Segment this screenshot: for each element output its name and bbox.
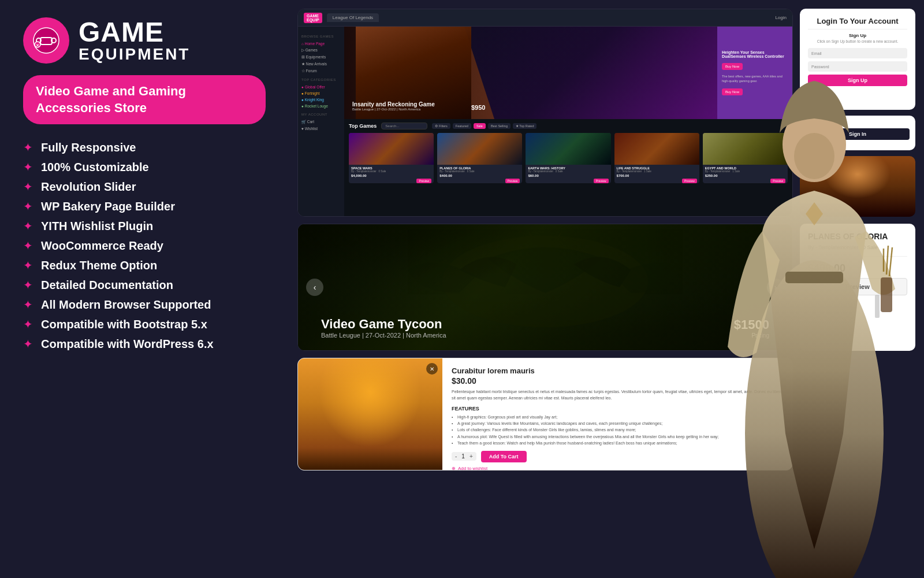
email-field[interactable]: Email [808,48,907,58]
filter-sale[interactable]: Sale [474,123,486,129]
top-categories-label: TOP CATEGORIES [301,78,341,81]
tagline-text: Video Game and Gaming Accessories Store [36,84,186,115]
game-preview-1[interactable]: Preview [416,179,431,183]
feature-icon-2: ✦ [23,160,33,174]
brand-logo-icon: ✕ [23,17,69,64]
game-preview-3[interactable]: Preview [594,179,609,183]
game-price-2: $400.00 [439,174,520,177]
feature-icon-3: ✦ [23,180,33,194]
bottom-right-panel [800,358,915,470]
feature-text-6: WooCommerce Ready [41,239,163,253]
filter-top-rated[interactable]: ★ Top Rated [513,123,537,129]
slider-prev-btn[interactable]: ‹ [306,279,323,296]
promo-buy-btn2[interactable]: Buy Now [722,88,743,95]
qty-increase[interactable]: + [470,453,473,460]
product-image-inner [298,358,442,470]
feature-item-3: ✦ Revolution Slider [23,180,266,194]
add-to-wishlist-btn[interactable]: ⊕ Add to wishlist [452,466,783,470]
game-card-info-5: EGYPT AND WORLD By - Templatemonster 1 S… [703,165,788,179]
cat-knight-king[interactable]: ● Knight King [301,97,341,103]
game-price-3: $60.00 [528,174,608,177]
feature-text-8: Detailed Documentation [41,279,173,292]
account-cart[interactable]: 🛒 Cart [301,118,341,125]
product-preview-btn[interactable]: Preview [808,278,907,295]
product-controls: - 1 + Add To Cart [452,451,783,462]
game-preview-5[interactable]: Preview [770,179,785,183]
store-logo-small: GAMEEQUIP [304,13,322,23]
game-card-info-4: LIFE AND STRUGGLE By - Templatemonster 1… [614,165,699,179]
feature-4: A humorous plot: Wife Quest is filled wi… [452,433,783,440]
game-card-2: PLANES OF GLORIA By - Templatemonster 0 … [437,133,522,183]
game-by-5: By - Templatemonster 1 Sale [705,170,785,173]
store-screenshot: GAMEEQUIP League Of Legends Login BROWSE… [297,9,793,217]
game-card-5: EGYPT AND WORLD By - Templatemonster 1 S… [703,133,788,183]
account-wishlist[interactable]: ♥ Wishlist [301,125,341,132]
slider-next-btn[interactable]: › [767,279,784,296]
feature-5: Teach them a good lesson: Watch and help… [452,440,783,446]
feature-text-9: All Modern Browser Supported [41,298,211,312]
games-grid: SPACE WARS By - Templatemonster 0 Sale $… [349,133,788,183]
game-by-4: By - Templatemonster 1 Sale [617,170,697,173]
signup-subtitle: Click on Sign Up button to create a new … [808,39,907,43]
game-by-2: By - Templatemonster 0 Sale [439,170,520,173]
hero-side-panel: Heighten Your Senses DualSemses Wireless… [717,27,792,119]
feature-text-3: Revolution Slider [41,180,136,194]
sidebar-new-arrivals[interactable]: ★ New Arrivals [301,61,341,68]
warrior-figure [800,156,915,217]
filter-filters[interactable]: ⚙ Filters [432,123,450,129]
feature-icon-9: ✦ [23,298,33,312]
sidebar-equipments[interactable]: ⊞ Equipments [301,54,341,61]
login-box-title: Login To Your Account [808,17,907,25]
game-preview-4[interactable]: Preview [682,179,697,183]
games-section: Top Games Search... ⚙ Filters Featured S… [344,119,792,187]
signin-box: Sign In [800,116,915,150]
filter-tabs: ⚙ Filters Featured Sale Best Selling ★ T… [432,123,536,129]
slider-price-area: $1500 Pricing [734,317,769,339]
features-list: ✦ Fully Responsive ✦ 100% Customizable ✦… [23,140,266,351]
qty-decrease[interactable]: - [455,453,457,460]
game-card-1: SPACE WARS By - Templatemonster 0 Sale $… [349,133,434,183]
feature-text-4: WP Bakery Page Builder [41,200,175,213]
promo-buy-btn[interactable]: Buy Now [722,63,743,70]
cat-rocket-louge[interactable]: ● Rocket Louge [301,103,341,109]
quantity-control[interactable]: - 1 + [452,452,476,461]
cat-fortnight[interactable]: ● Fortnight [301,90,341,97]
sidebar-forum[interactable]: ☆ Forum [301,68,341,75]
product-detail-right: Curabitur lorem mauris $30.00 Pellentesq… [442,358,792,470]
hero-text-box: Insanity and Reckoning Game Battle Leugu… [352,101,435,111]
game-card-img-3 [526,133,610,165]
filter-best-selling[interactable]: Best Selling [488,123,511,129]
feature-item-5: ✦ YITH Wishlist Plugin [23,219,266,233]
game-preview-2[interactable]: Preview [505,179,520,183]
sidebar-games[interactable]: ▷ Games [301,47,341,54]
filter-featured[interactable]: Featured [453,123,471,129]
store-login-btn[interactable]: Login [775,15,787,20]
store-sidebar: BROWSE GAMES ⌂ Home Page ▷ Games ⊞ Equip… [298,27,344,216]
signin-btn[interactable]: Sign In [806,128,910,140]
sidebar-home[interactable]: ⌂ Home Page [301,40,341,47]
game-by-1: By - Templatemonster 0 Sale [351,170,431,173]
game-card-img-4 [614,133,699,165]
feature-icon-7: ✦ [23,258,33,272]
product-detail-title: Curabitur lorem mauris [452,366,783,375]
feature-text-7: Redux Theme Option [41,259,157,272]
product-card-price: $400.00 [808,262,907,275]
password-field[interactable]: Password [808,61,907,72]
brand-name-line2: EQUIPMENT [79,46,190,62]
add-to-cart-btn[interactable]: Add To Cart [481,451,527,462]
bottom-row: ✕ Curabitur lorem mauris $30.00 Pellente… [297,358,915,470]
store-tab[interactable]: League Of Legends [327,13,379,22]
product-detail-price: $30.00 [452,376,783,386]
product-close-btn[interactable]: ✕ [426,363,438,375]
feature-text-2: 100% Customizable [41,161,149,174]
search-bar[interactable]: Search... [381,123,427,129]
feature-2: A great journey: Various levels like Mou… [452,420,783,427]
browse-section-label: BROWSE GAMES [301,35,341,38]
slider-price-label: Pricing [734,332,769,339]
product-card-detail: PLANES OF GLORIA By - Templatemonster 0 … [800,224,915,351]
hero-game-sub: Battle Leugue | 27-Oct-2022 | North Amer… [352,108,435,111]
signup-btn[interactable]: Sign Up [808,75,907,86]
cat-global-offer[interactable]: ● Global Offer [301,84,341,90]
feature-icon-10: ✦ [23,317,33,331]
slider-screenshot: ‹ › Video Game Tycoon Battle Leugue | 27… [297,224,793,351]
